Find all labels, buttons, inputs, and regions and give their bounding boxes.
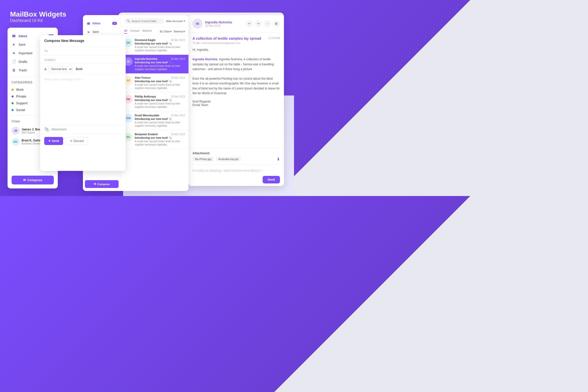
compose-actions: ✈ Send ✕ Discard	[40, 134, 126, 148]
compose-header: Compose New Message	[40, 35, 126, 46]
discard-icon: ✕	[70, 139, 72, 143]
search-icon: 🔍	[127, 19, 130, 23]
subject-input[interactable]	[44, 58, 122, 62]
discard-button[interactable]: ✕ Discard	[66, 137, 88, 145]
work-dot	[12, 89, 14, 91]
reply-all-button[interactable]: ↪	[255, 20, 262, 27]
email-date-1: 20 Mar 2019	[171, 58, 185, 60]
attachment-area[interactable]: 📎 Attachment	[40, 125, 126, 134]
email-content-2: Alan Fresco 20 Mar 2019 Introducing our …	[135, 76, 185, 90]
email-detail-to: To:Me, invernessmckenzie@gmail.com	[192, 41, 280, 44]
sort-order-btn[interactable]: Newest ▾	[174, 30, 185, 33]
email-signature: Kind Regards Email Team	[192, 100, 280, 107]
attach-file-2[interactable]: Australia-trip.ppt	[216, 157, 241, 162]
email-detail-body-text: Hi, Ingredia, Ingredia Nutrisha, Ingredi…	[192, 47, 280, 96]
detail-avatar: IN	[192, 19, 203, 29]
mail-inbox-badge: 12	[112, 22, 117, 25]
email-detail-panel: IN Ingredia Nutrisha 20 Mar 2018 ↩ ↪ → 🗑…	[188, 15, 284, 186]
email-item-4[interactable]: DW Druid Wensleydale 20 Mar 2019 Introdu…	[121, 111, 188, 130]
cat-private-label: Private	[16, 94, 26, 98]
email-content-4: Druid Wensleydale 20 Mar 2019 Introducin…	[135, 114, 185, 127]
inbox-icon	[12, 34, 16, 38]
reply-area: It's really an amazing, I want to know m…	[188, 165, 284, 186]
sort-date-btn[interactable]: By Date ▾	[160, 30, 172, 33]
mail-compose-button[interactable]: ✉ Compose	[85, 180, 119, 188]
app-title: MailBox Widgets	[10, 10, 66, 19]
cat-social-label: Social	[16, 108, 25, 112]
compose-to-field[interactable]	[40, 46, 126, 55]
compose-body[interactable]: Write your message here...	[40, 74, 126, 125]
email-item-0[interactable]: DE Desmond Eagle 20 Mar 2019 Introducing…	[121, 36, 188, 55]
email-content-5: Benjamin Evalent 20 Mar 2019 Introducing…	[135, 133, 185, 146]
search-bar[interactable]: 🔍	[124, 18, 164, 24]
attach-icon-1: 📎	[169, 61, 172, 64]
email-sender-3: Phillip Anthropy	[135, 95, 156, 98]
order-chevron: ▾	[183, 30, 185, 33]
cat-work-label: Work	[16, 88, 24, 91]
trash-icon: 🗑	[12, 68, 16, 72]
sign-label: Kind Regards	[192, 100, 280, 103]
mail-inbox-icon	[86, 21, 90, 25]
categories-label: Categories	[12, 81, 32, 84]
email-item-3[interactable]: PA Phillip Anthropy 20 Mar 2019 Introduc…	[121, 92, 188, 111]
mail-sent-label: Sent	[92, 30, 117, 34]
forward-button[interactable]: →	[264, 20, 271, 27]
account-chevron: ▾	[184, 20, 185, 22]
filter-sort: By Date ▾ Newest ▾	[160, 29, 185, 34]
attachment-title: Attachment:	[192, 152, 280, 155]
compose-subject-field[interactable]	[40, 55, 126, 64]
email-subject-3: Introducing our new tool! 📎	[135, 99, 185, 102]
reply-send-button[interactable]: Send	[263, 176, 280, 183]
email-greeting: Hi, Ingredia,	[192, 47, 280, 52]
attach-icon-3: 📎	[169, 99, 172, 102]
font-style-select[interactable]: Normal text	[48, 66, 73, 72]
detail-sender-name: Ingredia Nutrisha	[205, 20, 232, 24]
attach-icon-0: 📎	[169, 42, 172, 45]
email-body-p2: Even the all-powerful Pointing has no co…	[192, 76, 280, 96]
sent-icon: ➤	[12, 42, 16, 47]
mail-compose-label: Compose	[97, 183, 110, 186]
delete-button[interactable]: 🗑	[273, 20, 280, 27]
detail-actions: ↩ ↪ → 🗑	[246, 20, 280, 27]
email-detail-body: A collection of textile samples lay spre…	[188, 32, 284, 148]
email-item-5[interactable]: BE Benjamin Evalent 20 Mar 2019 Introduc…	[121, 130, 188, 149]
account-selector[interactable]: Main Account ▾	[166, 20, 185, 23]
attachment-files: My-Photo.jpg Australia-trip.ppt ⬇	[192, 157, 280, 162]
drafts-icon: 📄	[12, 59, 16, 64]
email-sender-4: Druid Wensleydale	[135, 114, 159, 117]
compose-toolbar: A Normal text Bold	[40, 64, 126, 74]
email-body-p1: Ingredia Nutrisha, Ingredia Nutrisha, A …	[192, 57, 280, 72]
filter-marked[interactable]: Marked	[142, 29, 152, 34]
email-detail-header: IN Ingredia Nutrisha 20 Mar 2018 ↩ ↪ → 🗑	[188, 15, 284, 32]
to-input[interactable]	[44, 49, 122, 53]
mail-inbox-label: Inbox	[92, 22, 112, 25]
mail-nav-inbox[interactable]: Inbox 12	[83, 19, 120, 28]
email-subject-5: Introducing our new tool! 📎	[135, 136, 185, 139]
cat-support-label: Support	[16, 101, 28, 105]
support-dot	[12, 102, 14, 104]
email-sender-5: Benjamin Evalent	[135, 133, 158, 136]
reply-button[interactable]: ↩	[246, 20, 253, 27]
mail-compose-icon: ✉	[94, 182, 96, 186]
send-button[interactable]: ✈ Send	[44, 137, 63, 145]
search-input[interactable]	[132, 20, 162, 23]
email-item-2[interactable]: AF Alan Fresco 20 Mar 2019 Introducing o…	[121, 74, 188, 92]
mail-nav-sent[interactable]: ➤ Sent	[83, 28, 120, 36]
email-item-1[interactable]: IN Ingredia Nutrisha 20 Mar 2019 Introdu…	[121, 55, 188, 74]
filter-unread[interactable]: Unread	[130, 29, 139, 34]
account-label: Main Account	[166, 20, 183, 23]
attach-file-1[interactable]: My-Photo.jpg	[192, 157, 214, 162]
email-content-3: Phillip Anthropy 20 Mar 2019 Introducing…	[135, 95, 185, 109]
filter-tabs: All Unread Marked By Date ▾ Newest ▾	[121, 27, 188, 36]
bold-button[interactable]: Bold	[75, 67, 83, 71]
detail-sender-info: Ingredia Nutrisha 20 Mar 2018	[205, 20, 232, 27]
compose-button[interactable]: ✉ Compose	[12, 176, 54, 184]
email-date-2: 20 Mar 2019	[171, 76, 185, 79]
email-preview-1: A small river named Duden flows by their…	[135, 64, 185, 71]
compose-label: Compose	[27, 178, 42, 182]
email-date-0: 20 Mar 2019	[171, 39, 185, 41]
download-icon[interactable]: ⬇	[277, 157, 280, 162]
important-icon: ★	[12, 51, 16, 55]
filter-all[interactable]: All	[124, 29, 127, 34]
app-subtitle: Dashboard UI Kit	[10, 18, 42, 23]
